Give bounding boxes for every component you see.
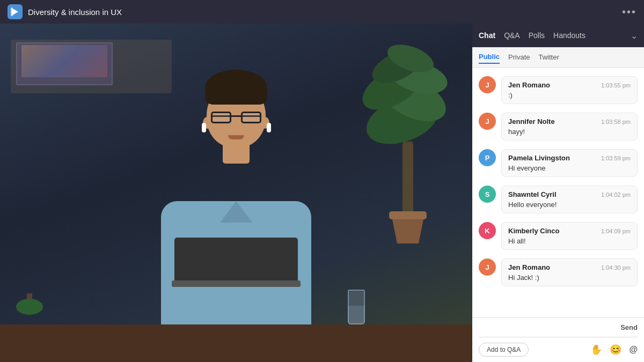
- bottom-actions: Add to Q&A ✋ 😊 @: [479, 343, 638, 357]
- message-time: 1:03:58 pm: [601, 119, 631, 125]
- message-name: Jen Romano: [508, 81, 550, 89]
- message-text: hayy!: [508, 128, 631, 136]
- message-text: :): [508, 91, 631, 99]
- app-logo: [8, 4, 23, 19]
- avatar: J: [479, 258, 496, 276]
- message-bubble: Jen Romano 1:03:55 pm :): [501, 76, 638, 104]
- event-title: Diversity & inclusion in UX: [28, 8, 622, 17]
- message-item: K Kimberly Cinco 1:04:09 pm Hi all!: [472, 218, 644, 254]
- message-name: Shawntel Cyril: [508, 190, 557, 198]
- message-text: Hi everyone: [508, 164, 631, 172]
- avatar: S: [479, 186, 496, 203]
- message-header: Jen Romano 1:03:55 pm: [508, 81, 631, 89]
- tab-bar: Chat Q&A Polls Handouts ⌄: [472, 24, 644, 47]
- right-panel: Chat Q&A Polls Handouts ⌄ Public Private…: [472, 24, 644, 362]
- avatar: J: [479, 113, 496, 130]
- message-bubble: Jen Romano 1:04:30 pm Hi Jack! :): [501, 258, 638, 286]
- sub-tab-public[interactable]: Public: [479, 50, 500, 64]
- message-time: 1:04:02 pm: [601, 191, 631, 198]
- emoji-icon[interactable]: 😊: [610, 344, 621, 356]
- message-text: Hi all!: [508, 237, 631, 245]
- messages-list[interactable]: J Jen Romano 1:03:55 pm :) J Jennifer No…: [472, 68, 644, 317]
- send-button[interactable]: Send: [620, 323, 638, 331]
- message-name: Jen Romano: [508, 263, 550, 271]
- message-bubble: Pamela Livingston 1:03:59 pm Hi everyone: [501, 149, 638, 177]
- mention-icon[interactable]: @: [629, 345, 638, 354]
- collapse-icon[interactable]: ⌄: [631, 31, 638, 41]
- avatar: K: [479, 222, 496, 239]
- message-name: Jennifer Nolte: [508, 117, 555, 125]
- message-bubble: Kimberly Cinco 1:04:09 pm Hi all!: [501, 222, 638, 250]
- message-time: 1:03:55 pm: [601, 82, 631, 88]
- avatar: J: [479, 76, 496, 93]
- message-input[interactable]: [479, 323, 616, 331]
- video-panel: [0, 24, 472, 362]
- message-header: Jen Romano 1:04:30 pm: [508, 263, 631, 271]
- message-time: 1:04:09 pm: [601, 228, 631, 234]
- more-icon[interactable]: •••: [622, 6, 636, 18]
- message-header: Kimberly Cinco 1:04:09 pm: [508, 227, 631, 235]
- message-time: 1:03:59 pm: [601, 155, 631, 161]
- topbar: Diversity & inclusion in UX •••: [0, 0, 644, 24]
- message-item: J Jen Romano 1:03:55 pm :): [472, 72, 644, 108]
- message-input-row: Send: [479, 323, 638, 337]
- message-header: Shawntel Cyril 1:04:02 pm: [508, 190, 631, 198]
- message-item: S Shawntel Cyril 1:04:02 pm Hello everyo…: [472, 181, 644, 218]
- message-bubble: Shawntel Cyril 1:04:02 pm Hello everyone…: [501, 186, 638, 213]
- avatar: P: [479, 149, 496, 166]
- bottom-icons: ✋ 😊 @: [590, 344, 638, 356]
- sub-tab-bar: Public Private Twitter: [472, 47, 644, 68]
- input-area: Send Add to Q&A ✋ 😊 @: [472, 317, 644, 362]
- hand-icon[interactable]: ✋: [590, 344, 602, 356]
- message-text: Hi Jack! :): [508, 274, 631, 282]
- video-background: [0, 24, 472, 362]
- add-to-qa-button[interactable]: Add to Q&A: [479, 343, 529, 357]
- message-header: Pamela Livingston 1:03:59 pm: [508, 154, 631, 162]
- message-text: Hello everyone!: [508, 201, 631, 209]
- message-time: 1:04:30 pm: [601, 264, 631, 271]
- message-name: Kimberly Cinco: [508, 227, 559, 235]
- tab-qa[interactable]: Q&A: [504, 29, 520, 42]
- main-area: Chat Q&A Polls Handouts ⌄ Public Private…: [0, 24, 644, 362]
- svg-rect-10: [389, 211, 427, 219]
- svg-rect-2: [11, 8, 13, 16]
- message-header: Jennifer Nolte 1:03:58 pm: [508, 117, 631, 125]
- message-item: J Jennifer Nolte 1:03:58 pm hayy!: [472, 108, 644, 145]
- message-item: P Pamela Livingston 1:03:59 pm Hi everyo…: [472, 145, 644, 181]
- tab-handouts[interactable]: Handouts: [553, 29, 586, 42]
- sub-tab-private[interactable]: Private: [508, 51, 530, 63]
- message-item: J Jen Romano 1:04:30 pm Hi Jack! :): [472, 254, 644, 291]
- tab-polls[interactable]: Polls: [529, 29, 545, 42]
- message-name: Pamela Livingston: [508, 154, 570, 162]
- sub-tab-twitter[interactable]: Twitter: [538, 51, 559, 63]
- tab-chat[interactable]: Chat: [479, 29, 495, 42]
- plant-decoration: [354, 34, 462, 249]
- message-bubble: Jennifer Nolte 1:03:58 pm hayy!: [501, 113, 638, 141]
